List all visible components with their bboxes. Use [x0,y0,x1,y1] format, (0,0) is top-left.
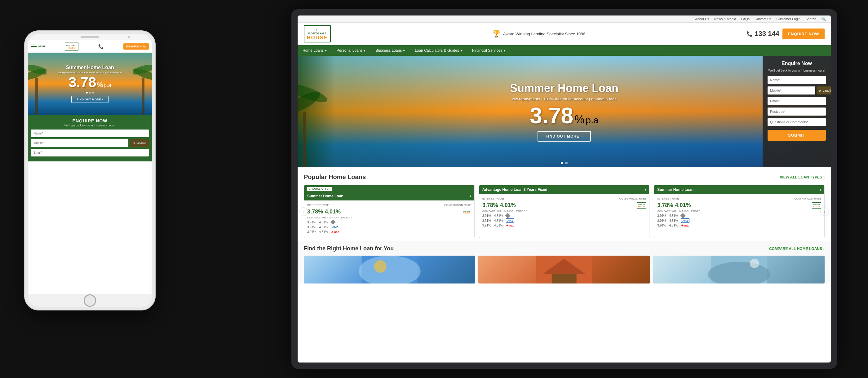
compare-all-link[interactable]: COMPARE ALL HOME LOANS › [769,247,825,251]
find-card-3[interactable] [653,256,825,284]
mobile-camera [128,36,130,38]
hero-rate-display: 3.78 % p.a [530,104,599,127]
loan-card-3-name: Summer Home Loan [657,187,693,192]
submit-button[interactable]: SUBMIT [768,130,826,141]
phone-digits: 133 144 [754,30,779,38]
dot-2[interactable] [565,162,568,164]
mobile-enq-subtitle: We'll get back to you in 4 business hour… [31,124,149,127]
svg-point-14 [750,259,759,268]
search-icon[interactable]: 🔍 [821,17,826,21]
mobile-name-input[interactable] [31,129,149,137]
nav-faqs[interactable]: FAQs [741,17,750,21]
mobile-home-button[interactable] [84,294,96,307]
nav-news[interactable]: News & Media [714,17,736,21]
mobile-find-out-more-button[interactable]: FIND OUT MORE › [71,96,108,103]
interest-rate-value-3: 3.78% [657,202,673,209]
comparison-rate-label-2: Comparison Rate [619,197,646,200]
main-header: ⌂ MORTGAGE HOUSE 🏆 Award Winning Lending… [298,23,831,45]
special-offer-wrapper: SPECIAL OFFER [304,185,474,192]
enquire-panel: Enquire Now We'll get back to you in 4 b… [763,56,831,167]
find-card-1-img [304,256,475,284]
mobile-dot-2[interactable] [89,92,91,94]
find-card-2-img [478,256,650,284]
loans-carousel: ‹ SPECIAL OFFER Summer Home Loan › Inte [304,185,825,238]
carousel-right-arrow[interactable]: › [820,207,829,216]
loan-card-1-name: Summer Home Loan [307,194,343,198]
chevron-down-icon: ▾ [403,48,405,53]
mobile-hamburger-icon[interactable] [31,44,37,48]
postcode-input[interactable] [768,107,826,116]
nav-about[interactable]: About Us [695,17,709,21]
diamond-icon [505,213,510,218]
nav-search[interactable]: Search [805,17,816,21]
dot-1[interactable] [561,162,563,164]
interest-rate-value-1: 3.78% [307,209,323,215]
nav-contact[interactable]: Contact Us [754,17,771,21]
hero-subtitle: low repayments | 100% free offset accoun… [512,97,616,101]
loan-card-3: Summer Home Loan › Interest Rate Compari… [654,185,825,238]
mobile-email-input[interactable] [31,149,149,156]
comparison-rate-label-3: Comparison Rate [794,197,821,200]
compare-row-1-nab: 3.91% 4.51% ✳ nab [307,230,471,233]
hero-content: Summer Home Loan low repayments | 100% f… [298,56,831,167]
comments-input[interactable] [768,118,826,126]
find-card-1[interactable] [304,256,475,284]
carousel-left-arrow[interactable]: ‹ [300,207,308,216]
email-input[interactable] [768,97,826,105]
compare-row-3-anz: 3.91% 4.51% ANZ [657,218,821,223]
mobile-phone-icon[interactable]: 📞 [98,44,103,49]
find-title: Find the Right Home Loan for You [304,245,394,252]
mobile-rate: 3.78 [68,75,96,89]
mobile-mockup: MENU ⌂ MORTGAGE HOUSE 📞 ENQUIRE NOW [25,31,155,310]
anz-logo-3: ANZ [681,218,689,223]
mobile-arrow-right: › [102,98,103,101]
nav-calculators[interactable]: Loan Calculators & Guides ▾ [410,45,467,56]
loan-card-1-body: Interest Rate Comparison Rate 3.78% 4.01… [304,200,474,238]
mobile-enquire-button[interactable]: ENQUIRE NOW [123,43,149,50]
nav-financial-services[interactable]: Financial Services ▾ [467,45,510,56]
find-out-more-button[interactable]: FIND OUT MORE › [537,131,591,141]
mobile-dots [58,92,122,94]
mobile-input[interactable] [768,87,815,94]
hero-rate-number: 3.78 [530,104,573,127]
mobile-dot-1[interactable] [86,92,88,94]
nav-home-loans[interactable]: Home Loans ▾ [298,45,332,56]
mobile-landline-button[interactable]: or Landline [130,139,149,147]
svg-rect-11 [552,274,577,284]
phone-icon: 📞 [746,31,753,37]
mh-logo-3: MORTGAGE HOUSE [812,202,821,209]
nab-logo-2: ✳ nab [506,224,514,227]
popular-header: Popular Home Loans VIEW ALL LOAN TYPES › [304,174,825,181]
mobile-dot-3[interactable] [92,92,94,94]
loan-card-2-header: Advantage Home Loan 3 Years Fixed › [479,185,649,194]
header-enquire-button[interactable]: ENQUIRE NOW [782,29,825,39]
view-all-link[interactable]: VIEW ALL LOAN TYPES › [780,175,825,179]
utility-nav: About Us News & Media FAQs Contact Us Cu… [298,15,831,23]
nav-customer-login[interactable]: Customer Login [776,17,800,21]
mobile-hero-subtitle: low repayments | 100% free offset accoun… [58,71,122,74]
find-card-2[interactable] [478,256,650,284]
loan-card-3-arrow[interactable]: › [820,187,821,192]
nav-personal-loans[interactable]: Personal Loans ▾ [332,45,370,56]
landline-button[interactable]: or Landline [816,87,831,94]
comparison-rate-value-1: 4.01% [325,209,341,215]
mobile-screen: MENU ⌂ MORTGAGE HOUSE 📞 ENQUIRE NOW [28,40,152,294]
loan-card-2-arrow[interactable]: › [645,187,646,192]
trophy-icon: 🏆 [492,30,501,38]
enquire-panel-title: Enquire Now [768,61,826,66]
name-input[interactable] [768,76,826,84]
hero-section: Summer Home Loan low repayments | 100% f… [298,56,831,167]
mobile-palm-left [28,53,46,115]
mobile-mobile-row: or Landline [31,139,149,147]
loan-card-1-arrow[interactable]: › [470,194,471,198]
rate-values-2: 3.78% 4.01% MORTGAGE HOUSE [483,202,646,209]
mobile-rate-pa: p.a [103,82,111,89]
chevron-right-icon: › [824,175,825,179]
nav-business-loans[interactable]: Business Loans ▾ [370,45,410,56]
svg-rect-15 [35,77,38,115]
comparison-rate-value-3: 4.01% [675,202,691,209]
diamond-icon [330,220,335,225]
mobile-mobile-input[interactable] [31,139,128,147]
mobile-enq-title: ENQUIRE NOW [31,118,149,123]
chevron-right-icon: › [824,247,825,251]
